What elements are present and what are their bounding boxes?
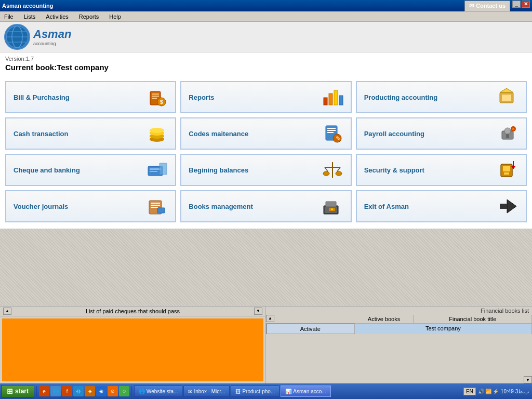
menu-reports[interactable]: Reports bbox=[77, 12, 101, 21]
svg-rect-7 bbox=[152, 96, 159, 97]
security-support-button[interactable]: Security & support bbox=[356, 154, 527, 186]
payroll-accounting-button[interactable]: Payroll accounting bbox=[356, 117, 527, 150]
svg-text:$: $ bbox=[160, 99, 163, 105]
cash-transaction-icon bbox=[146, 124, 168, 143]
beginning-balances-icon bbox=[322, 160, 343, 180]
svg-point-21 bbox=[150, 128, 164, 133]
close-button[interactable]: ✕ bbox=[522, 1, 530, 8]
svg-rect-24 bbox=[327, 130, 336, 131]
title-bar: Asman accounting ✉ Contact us _ ✕ bbox=[0, 0, 532, 11]
taskbar-icon-6[interactable]: ◉ bbox=[96, 386, 107, 396]
taskbar-item-inbox[interactable]: ✉ Inbox - Micr... bbox=[183, 385, 230, 397]
logo-globe bbox=[4, 24, 30, 50]
svg-rect-16 bbox=[502, 95, 511, 101]
svg-rect-25 bbox=[327, 132, 334, 133]
svg-rect-13 bbox=[334, 90, 338, 105]
producting-accounting-icon bbox=[497, 87, 518, 107]
menu-lists[interactable]: Lists bbox=[22, 12, 38, 21]
cheque-banking-button[interactable]: Cheque and banking bbox=[5, 154, 176, 186]
right-scroll-down[interactable]: ▼ bbox=[524, 376, 532, 383]
svg-rect-50 bbox=[151, 203, 160, 204]
right-scroll-up[interactable]: ▲ bbox=[266, 315, 274, 322]
cash-transaction-button[interactable]: Cash transaction bbox=[5, 117, 176, 150]
financial-books-label: Financial books list bbox=[266, 307, 532, 315]
version-label: Version:1.7 bbox=[5, 56, 527, 62]
svg-rect-14 bbox=[339, 96, 343, 105]
svg-point-58 bbox=[331, 208, 333, 210]
svg-point-42 bbox=[323, 171, 329, 176]
menu-help[interactable]: Help bbox=[107, 12, 123, 21]
exit-asman-icon bbox=[497, 196, 518, 216]
logo-sub: accounting bbox=[33, 41, 71, 46]
language-indicator[interactable]: EN bbox=[463, 388, 476, 395]
payroll-accounting-icon bbox=[497, 124, 518, 143]
menu-activities[interactable]: Activities bbox=[44, 12, 70, 21]
scroll-down-arrow[interactable]: ▼ bbox=[254, 308, 262, 315]
taskbar-right: EN 🔊 📶 ⚡ 10:49 ب.ظ3 bbox=[463, 388, 531, 395]
exit-asman-button[interactable]: Exit of Asman bbox=[356, 190, 527, 222]
window-controls: _ ✕ bbox=[512, 1, 530, 8]
logo-text: Asman bbox=[33, 28, 71, 41]
svg-text:✎: ✎ bbox=[336, 135, 341, 142]
svg-point-29 bbox=[504, 128, 511, 134]
voucher-journals-button[interactable]: Voucher journals bbox=[5, 190, 176, 222]
svg-rect-46 bbox=[504, 172, 509, 175]
left-panel-title: List of paid cheques that should pass bbox=[86, 308, 180, 314]
current-book-label: Current book:Test company bbox=[5, 63, 527, 72]
codes-maintenance-button[interactable]: Codes maitenance ✎ bbox=[180, 117, 351, 150]
taskbar-icon-3[interactable]: f bbox=[62, 386, 72, 396]
taskbar-item-asman[interactable]: 📊 Asman acco... bbox=[281, 385, 330, 397]
beginning-balances-button[interactable]: Begining balances bbox=[180, 154, 351, 186]
svg-rect-23 bbox=[327, 128, 336, 129]
voucher-journals-icon bbox=[146, 196, 168, 216]
svg-rect-30 bbox=[506, 134, 509, 138]
contact-button[interactable]: ✉ Contact us bbox=[464, 1, 510, 11]
books-management-icon bbox=[322, 196, 343, 216]
tray-icon-3: ⚡ bbox=[493, 389, 499, 394]
logo: Asman accounting bbox=[4, 24, 71, 50]
bottom-panels: ▲ List of paid cheques that should pass … bbox=[0, 306, 532, 384]
svg-rect-6 bbox=[152, 94, 159, 95]
taskbar-icon-5[interactable]: ◈ bbox=[85, 386, 95, 396]
financial-table-row: Activate Test company bbox=[266, 324, 532, 334]
producting-accounting-button[interactable]: Producting accounting bbox=[356, 81, 527, 113]
cheque-banking-icon bbox=[146, 160, 168, 180]
minimize-button[interactable]: _ bbox=[512, 1, 521, 8]
svg-point-43 bbox=[336, 171, 342, 176]
svg-line-41 bbox=[337, 167, 340, 171]
books-management-button[interactable]: Books management bbox=[180, 190, 351, 222]
menu-file[interactable]: File bbox=[2, 12, 16, 21]
right-panel: Financial books list ▲ Active books Fina… bbox=[266, 307, 532, 384]
contact-icon: ✉ bbox=[469, 3, 474, 9]
windows-icon: ⊞ bbox=[7, 387, 13, 395]
left-panel-header: ▲ List of paid cheques that should pass … bbox=[0, 307, 265, 316]
reports-button[interactable]: Reports bbox=[180, 81, 351, 113]
start-button[interactable]: ⊞ start bbox=[1, 385, 34, 397]
app-header: Asman accounting bbox=[0, 22, 532, 52]
tray-icon-1: 🔊 bbox=[478, 389, 484, 394]
taskbar-icon-4[interactable]: ◎ bbox=[73, 386, 84, 396]
scroll-up-arrow[interactable]: ▲ bbox=[3, 308, 11, 315]
svg-rect-36 bbox=[150, 171, 157, 172]
taskbar-item-website[interactable]: 🌐 Website sta... bbox=[134, 385, 182, 397]
svg-rect-11 bbox=[324, 98, 327, 105]
system-tray: 🔊 📶 ⚡ bbox=[478, 389, 499, 394]
taskbar-icon-8[interactable]: ☺ bbox=[119, 386, 129, 396]
taskbar: ⊞ start e 🌐 f ◎ ◈ ◉ ⊙ ☺ 🌐 Website sta...… bbox=[0, 383, 532, 399]
info-area: Version:1.7 Current book:Test company bbox=[0, 52, 532, 75]
svg-rect-52 bbox=[151, 207, 158, 208]
bill-purchasing-icon: $ bbox=[146, 87, 168, 107]
title-bar-text: Asman accounting bbox=[2, 3, 53, 9]
taskbar-icon-2[interactable]: 🌐 bbox=[50, 386, 61, 396]
svg-rect-56 bbox=[326, 202, 336, 207]
reports-icon bbox=[322, 87, 343, 107]
taskbar-icon-7[interactable]: ⊙ bbox=[108, 386, 118, 396]
taskbar-item-product[interactable]: 🖼 Product-pho... bbox=[231, 385, 280, 397]
activate-button[interactable]: Activate bbox=[266, 324, 355, 334]
svg-rect-37 bbox=[159, 163, 167, 175]
title-bar-controls: ✉ Contact us _ ✕ bbox=[464, 1, 530, 11]
taskbar-icon-1[interactable]: e bbox=[39, 386, 49, 396]
svg-rect-45 bbox=[503, 166, 510, 171]
main-area: Asman accounting Version:1.7 Current boo… bbox=[0, 22, 532, 383]
bill-purchasing-button[interactable]: Bill & Purchasing $ bbox=[5, 81, 176, 113]
